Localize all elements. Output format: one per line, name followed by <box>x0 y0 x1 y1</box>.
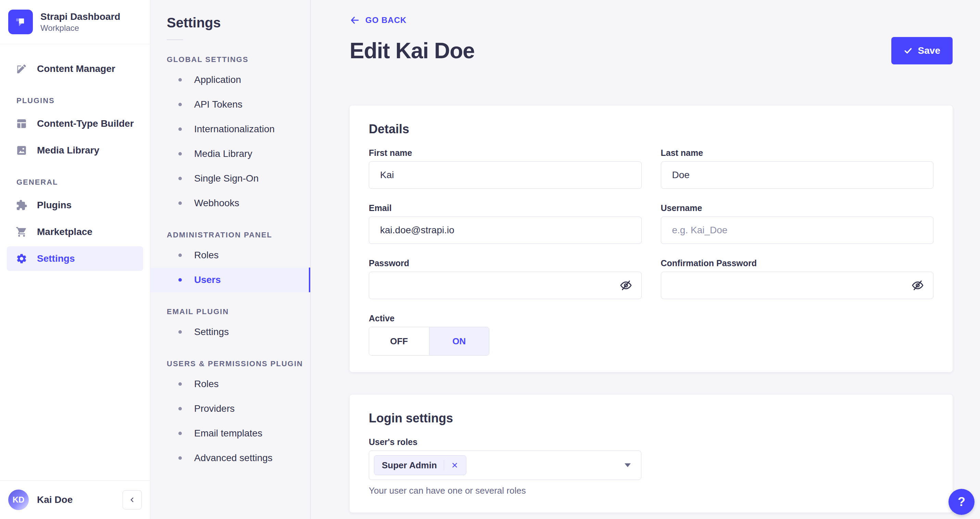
subnav-item-email-settings[interactable]: Settings <box>150 320 310 344</box>
first-name-field-group: First name <box>369 148 642 189</box>
details-form: First name Last name Email Username Pass… <box>369 148 934 356</box>
save-button[interactable]: Save <box>891 37 953 64</box>
save-button-label: Save <box>918 45 940 56</box>
chevron-down-icon <box>625 463 631 467</box>
subnav-section-administration-panel: ADMINISTRATION PANEL <box>167 231 310 239</box>
brand-text: Strapi Dashboard Workplace <box>40 11 120 33</box>
sidebar-item-content-manager[interactable]: Content Manager <box>7 57 143 81</box>
subnav-item-label: Roles <box>194 250 219 261</box>
subnav-section-users-permissions-plugin: USERS & PERMISSIONS PLUGIN <box>167 359 310 368</box>
picture-icon <box>16 145 27 156</box>
collapse-sidebar-button[interactable] <box>123 490 142 509</box>
subnav-item-label: Internationalization <box>194 124 275 135</box>
sidebar-nav: Content Manager PLUGINS Content-Type Bui… <box>0 44 150 480</box>
login-settings-title: Login settings <box>369 411 934 425</box>
bullet-icon <box>178 201 182 205</box>
subnav-item-users[interactable]: Users <box>150 267 310 292</box>
email-input[interactable] <box>369 217 642 244</box>
subnav-item-roles-admin[interactable]: Roles <box>150 243 310 267</box>
confirmation-password-input-wrap <box>661 272 934 299</box>
main-sidebar: Strapi Dashboard Workplace Content Manag… <box>0 0 150 519</box>
bullet-icon <box>178 103 182 106</box>
active-toggle-on[interactable]: ON <box>429 327 489 355</box>
subnav-item-label: Email templates <box>194 428 262 439</box>
username-label: Username <box>661 203 934 213</box>
toggle-confirmation-password-visibility-button[interactable] <box>912 279 924 291</box>
subnav-item-providers[interactable]: Providers <box>150 396 310 421</box>
current-user-name: Kai Doe <box>37 494 115 505</box>
bullet-icon <box>178 78 182 81</box>
active-toggle[interactable]: OFF ON <box>369 327 489 356</box>
subnav-item-advanced-settings[interactable]: Advanced settings <box>150 446 310 470</box>
bullet-icon <box>178 127 182 131</box>
bullet-icon <box>178 177 182 180</box>
brand[interactable]: Strapi Dashboard Workplace <box>0 0 150 44</box>
sidebar-item-label: Content-Type Builder <box>37 118 134 129</box>
user-roles-field-group: User's roles Super Admin Your user can h… <box>369 437 641 496</box>
email-field-group: Email <box>369 203 642 244</box>
subnav-item-label: Media Library <box>194 148 252 159</box>
sidebar-item-label: Settings <box>37 253 75 264</box>
last-name-field-group: Last name <box>661 148 934 189</box>
subnav-item-label: Webhooks <box>194 197 239 209</box>
strapi-logo <box>8 10 33 34</box>
last-name-input[interactable] <box>661 161 934 189</box>
subnav-item-internationalization[interactable]: Internationalization <box>150 117 310 142</box>
subnav-item-api-tokens[interactable]: API Tokens <box>150 92 310 117</box>
username-field-group: Username <box>661 203 934 244</box>
strapi-logo-icon <box>13 14 28 29</box>
last-name-label: Last name <box>661 148 934 158</box>
subnav-item-email-templates[interactable]: Email templates <box>150 421 310 446</box>
bullet-icon <box>178 431 182 435</box>
email-label: Email <box>369 203 642 213</box>
chevron-left-icon <box>129 496 136 503</box>
layout-icon <box>16 118 27 129</box>
sidebar-item-media-library[interactable]: Media Library <box>7 138 143 163</box>
sidebar-item-content-type-builder[interactable]: Content-Type Builder <box>7 111 143 136</box>
first-name-input[interactable] <box>369 161 642 189</box>
sidebar-item-settings[interactable]: Settings <box>7 246 143 271</box>
first-name-label: First name <box>369 148 642 158</box>
subnav-section-global-settings: GLOBAL SETTINGS <box>167 55 310 64</box>
subnav-item-application[interactable]: Application <box>150 67 310 92</box>
subnav-section-email-plugin: EMAIL PLUGIN <box>167 307 310 316</box>
workspace-label: Workplace <box>40 22 120 33</box>
help-button[interactable]: ? <box>948 489 975 515</box>
eye-off-icon <box>912 279 924 291</box>
sidebar-item-label: Plugins <box>37 200 72 211</box>
role-tag-label: Super Admin <box>382 460 437 471</box>
bullet-icon <box>178 330 182 334</box>
subnav-item-webhooks[interactable]: Webhooks <box>150 191 310 215</box>
active-toggle-off[interactable]: OFF <box>369 327 429 355</box>
role-tag-super-admin: Super Admin <box>374 455 466 475</box>
main-content: GO BACK Edit Kai Doe Save Details First … <box>310 0 980 519</box>
subnav-item-single-sign-on[interactable]: Single Sign-On <box>150 166 310 191</box>
sidebar-section-general: GENERAL <box>16 178 143 187</box>
password-field-group: Password <box>369 258 642 299</box>
bullet-icon <box>178 152 182 156</box>
tag-divider <box>444 460 444 470</box>
bullet-icon <box>178 456 182 460</box>
active-label: Active <box>369 314 642 323</box>
remove-tag-icon[interactable] <box>451 462 458 469</box>
subnav-item-label: Roles <box>194 379 219 390</box>
confirmation-password-field-group: Confirmation Password <box>661 258 934 299</box>
header-row: Edit Kai Doe Save <box>350 37 953 64</box>
subnav-item-label: API Tokens <box>194 99 242 110</box>
sidebar-item-plugins[interactable]: Plugins <box>7 193 143 218</box>
subnav-item-roles-up[interactable]: Roles <box>150 372 310 396</box>
app-title: Strapi Dashboard <box>40 11 120 22</box>
subnav-item-label: Single Sign-On <box>194 173 259 184</box>
password-input[interactable] <box>369 272 642 299</box>
username-input[interactable] <box>661 217 934 244</box>
sidebar-item-label: Media Library <box>37 145 99 156</box>
subnav-item-label: Application <box>194 74 241 85</box>
confirmation-password-input[interactable] <box>661 272 934 299</box>
avatar[interactable]: KD <box>8 490 29 510</box>
sidebar-item-marketplace[interactable]: Marketplace <box>7 220 143 244</box>
gear-icon <box>16 253 27 264</box>
user-roles-select[interactable]: Super Admin <box>369 451 641 480</box>
toggle-password-visibility-button[interactable] <box>620 279 632 291</box>
go-back-link[interactable]: GO BACK <box>350 15 406 25</box>
subnav-item-media-library[interactable]: Media Library <box>150 142 310 166</box>
